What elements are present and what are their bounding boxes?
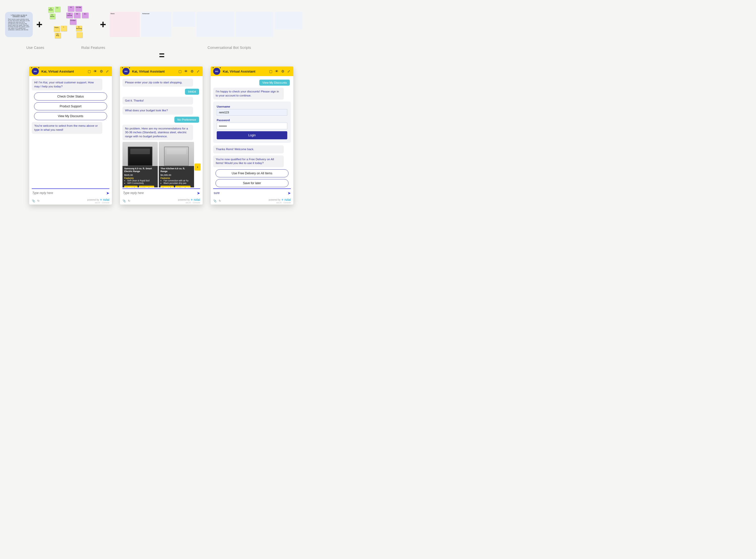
- bot-avatar-icon: DO: [213, 68, 220, 75]
- scripts-row: Basic Advanced: [110, 12, 303, 37]
- use-case-block: 1. Remi orders an item & schedules a del…: [5, 12, 33, 37]
- chat-footer: 📎 ↻ powered by ❋ rulai wd.21 - Console: [211, 197, 293, 205]
- scripts-block: Basic Advanced: [110, 12, 303, 37]
- sticky-note: 9.5 Abort: [70, 19, 76, 25]
- password-field[interactable]: [217, 123, 287, 129]
- footer-sub: wd.21 - Console: [185, 202, 200, 204]
- sticky-note: 9.4: [55, 6, 60, 12]
- bot-message: You're welcome to select from the menu a…: [32, 122, 102, 134]
- option-product-support[interactable]: Product Support: [34, 102, 107, 110]
- rulai-brand: rulai: [103, 198, 109, 202]
- save-icon[interactable]: ▢: [178, 69, 182, 73]
- chat-window-1: DO Kai, Virtual Assistant ▢ 👁 ⚙ ⤢ Hi! I'…: [29, 67, 112, 205]
- chat-input[interactable]: [32, 190, 106, 196]
- sticky-note: [76, 32, 83, 38]
- carousel-next-icon[interactable]: ›: [195, 163, 201, 171]
- use-cases-label: Use Cases: [10, 46, 61, 50]
- username-field[interactable]: [217, 109, 287, 116]
- chat-header: DO Kai, Virtual Assistant ▢ 👁 ⚙ ⤢: [29, 67, 112, 76]
- chats-row: DO Kai, Virtual Assistant ▢ 👁 ⚙ ⤢ Hi! I'…: [0, 64, 323, 209]
- sticky-note: 9.10 Skip: [75, 6, 82, 12]
- chat-input[interactable]: [123, 190, 197, 196]
- chat-input[interactable]: [213, 190, 288, 196]
- chat-scroll[interactable]: View My Discounts I'm happy to check you…: [213, 79, 292, 187]
- send-icon[interactable]: ➤: [197, 191, 200, 196]
- rulai-logo-icon: ❋: [191, 199, 193, 201]
- bot-scripts-label: Conversational Bot Scripts: [146, 46, 312, 50]
- send-icon[interactable]: ➤: [288, 191, 291, 196]
- chat-scroll[interactable]: Hi! I'm Kai, your virtual customer suppo…: [32, 79, 110, 187]
- attachment-icon[interactable]: 📎: [213, 199, 217, 203]
- product-feature: WiFi Connectivity: [127, 182, 156, 184]
- rulai-brand: rulai: [285, 198, 291, 202]
- features-label: Features: [160, 177, 192, 179]
- option-save-later[interactable]: Save for later: [216, 179, 289, 187]
- chat-title: Kai, Virtual Assistant: [132, 69, 164, 73]
- sticky-note: Slot filling: [55, 33, 61, 38]
- bot-message: Hi! I'm Kai, your virtual customer suppo…: [32, 79, 102, 90]
- bot-message: I'm happy to check your discounts! Pleas…: [213, 88, 284, 99]
- option-view-discounts[interactable]: View My Discounts: [34, 112, 107, 120]
- rulai-logo-icon: ❋: [100, 199, 102, 201]
- equals-icon: =: [159, 50, 163, 61]
- product-price: $4,095.00: [160, 174, 192, 176]
- more-info-button[interactable]: More Info: [124, 186, 138, 187]
- refresh-icon[interactable]: ↻: [128, 199, 130, 203]
- add-to-cart-button[interactable]: Add to Cart: [175, 186, 191, 187]
- chat-body: Please enter your zip code to start shop…: [120, 76, 203, 188]
- save-icon[interactable]: ▢: [269, 69, 273, 73]
- product-feature: Black porcelain drip pan: [163, 182, 192, 184]
- use-case-body: Remi wants to get a kitchen stove for he…: [8, 18, 30, 30]
- attachment-icon[interactable]: 📎: [32, 199, 35, 203]
- product-name: Samsung 6.3 cu. ft. Smart Electric Range: [124, 167, 156, 173]
- attachment-icon[interactable]: 📎: [123, 199, 126, 203]
- sticky-note: 9.2 Restart: [50, 14, 55, 19]
- gear-icon[interactable]: ⚙: [99, 69, 103, 73]
- use-case-card: 1. Remi orders an item & schedules a del…: [5, 12, 33, 37]
- refresh-icon[interactable]: ↻: [219, 199, 221, 203]
- script-card-title: Advanced: [142, 13, 170, 14]
- chat-scroll[interactable]: Please enter your zip code to start shop…: [123, 79, 201, 187]
- script-card: [275, 12, 303, 29]
- more-info-button[interactable]: More Info: [160, 186, 174, 187]
- chat-header: DO Kai, Virtual Assistant ▢ 👁 ⚙ ⤢: [120, 67, 203, 76]
- chat-title: Kai, Virtual Assistant: [41, 69, 74, 73]
- plus-icon: +: [36, 18, 43, 30]
- chat-header-icons: ▢ 👁 ⚙ ⤢: [87, 69, 109, 73]
- refresh-icon[interactable]: ↻: [37, 199, 40, 203]
- option-check-order[interactable]: Check Order Status: [34, 92, 107, 100]
- bot-message: No problem. Here are my recommendations …: [123, 125, 193, 140]
- expand-icon[interactable]: ⤢: [287, 69, 291, 73]
- script-card: [197, 12, 235, 37]
- add-to-cart-button[interactable]: Add to Cart: [139, 186, 154, 187]
- gear-icon[interactable]: ⚙: [190, 69, 194, 73]
- user-message-discounts: View My Discounts: [259, 80, 290, 86]
- expand-icon[interactable]: ⤢: [196, 69, 200, 73]
- eye-icon[interactable]: 👁: [93, 69, 97, 73]
- bot-avatar-icon: DO: [123, 68, 130, 75]
- option-use-delivery[interactable]: Use Free Delivery on All Items: [216, 169, 289, 177]
- chat-input-row: ➤: [32, 188, 109, 197]
- sticky-note: L: [61, 26, 67, 31]
- send-icon[interactable]: ➤: [106, 191, 109, 196]
- eye-icon[interactable]: 👁: [275, 69, 279, 73]
- product-price: $945.00: [124, 174, 156, 176]
- chat-window-3: DO Kai, Virtual Assistant ▢ 👁 ⚙ ⤢ View M…: [211, 67, 293, 205]
- eye-icon[interactable]: 👁: [184, 69, 188, 73]
- use-case-title: 1. Remi orders an item & schedules a del…: [8, 14, 30, 17]
- login-button[interactable]: Login: [217, 131, 287, 139]
- save-icon[interactable]: ▢: [87, 69, 91, 73]
- product-carousel: Samsung 6.3 cu. ft. Smart Electric Range…: [123, 142, 200, 187]
- chat-header: DO Kai, Virtual Assistant ▢ 👁 ⚙ ⤢: [211, 67, 293, 76]
- expand-icon[interactable]: ⤢: [105, 69, 109, 73]
- chat-body: Hi! I'm Kai, your virtual customer suppo…: [29, 76, 112, 188]
- password-label: Password: [217, 119, 287, 122]
- user-message-budget: No Preference: [174, 117, 199, 123]
- user-message-zip: 94404: [185, 89, 199, 95]
- product-feature: Self Clean & Rapid Boil: [127, 179, 156, 182]
- rulai-logo-icon: ❋: [282, 199, 284, 201]
- bot-message: You're now qualified for a Free Delivery…: [213, 155, 284, 167]
- features-label: Features: [124, 177, 156, 179]
- script-card-title: Basic: [111, 13, 139, 14]
- gear-icon[interactable]: ⚙: [281, 69, 285, 73]
